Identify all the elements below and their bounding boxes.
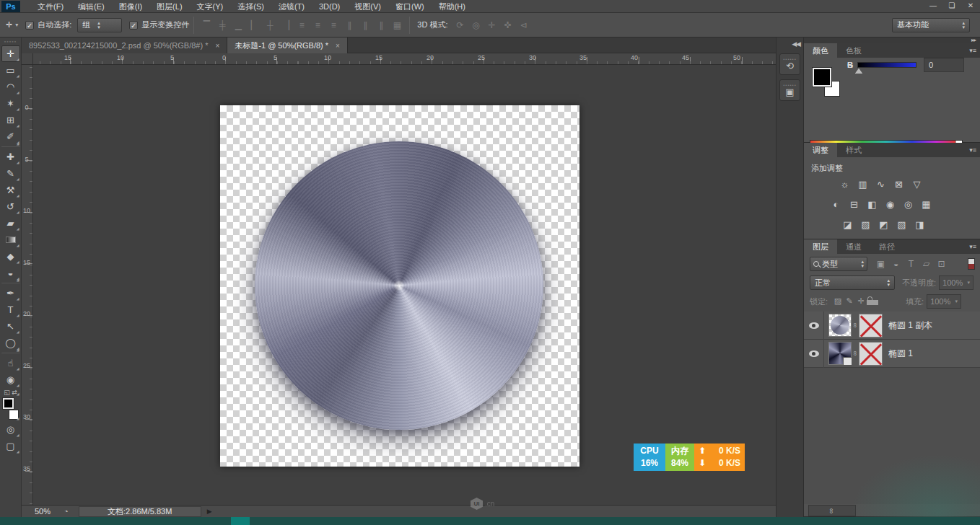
color-swatches[interactable]: ◢ (1, 397, 20, 421)
align-top-icon[interactable]: ▔ (198, 18, 214, 32)
menu-item[interactable]: 文件(F) (30, 0, 71, 13)
menu-item[interactable]: 文字(Y) (190, 0, 231, 13)
filter-type-icon[interactable]: T (904, 259, 919, 269)
photo-filter-icon[interactable]: ◉ (881, 198, 899, 211)
filter-pixel-icon[interactable]: ▣ (873, 259, 888, 269)
visibility-toggle[interactable] (804, 312, 824, 340)
lock-all-icon[interactable] (867, 296, 878, 306)
sep1[interactable]: ◢ (1, 146, 20, 147)
menu-item[interactable]: 3D(D) (312, 0, 347, 13)
tab-paths[interactable]: 路径 (870, 239, 904, 254)
opacity-field[interactable]: 100%▾ (939, 275, 974, 290)
exposure-icon[interactable]: ⊠ (890, 177, 908, 190)
panel-menu-icon[interactable]: ▾≡ (969, 239, 976, 254)
distribute-bottom-icon[interactable]: ≡ (325, 18, 341, 32)
sep2[interactable]: ◢ (1, 283, 20, 283)
menu-item[interactable]: 滤镜(T) (271, 0, 312, 13)
blend-mode-dropdown[interactable]: 正常 ▴▾ (810, 275, 895, 290)
3d-scale-icon[interactable]: ⊲ (515, 18, 531, 32)
threshold-icon[interactable]: ◩ (875, 218, 893, 231)
distribute-right-icon[interactable]: ∥ (373, 18, 389, 32)
align-hcenter-icon[interactable]: ┼ (262, 18, 278, 32)
layer-filter-type-dropdown[interactable]: 类型 ▴▾ (810, 257, 867, 271)
filter-adjustment-icon[interactable]: ◒ (888, 259, 904, 269)
eraser-tool[interactable]: ▰ ◢ (1, 215, 20, 231)
link-layers-button[interactable]: ∞ (808, 505, 856, 516)
tab-channels[interactable]: 通道 (837, 239, 870, 254)
visibility-toggle[interactable] (804, 340, 824, 368)
menu-item[interactable]: 视图(V) (347, 0, 388, 13)
vibrance-icon[interactable]: ▽ (908, 177, 926, 190)
layer-filter-toggle[interactable] (968, 258, 975, 270)
workspace-dropdown[interactable]: 基本功能 ▴▾ (892, 18, 970, 32)
vector-mask-thumbnail[interactable] (859, 342, 883, 366)
auto-select-dropdown[interactable]: 组 ▴▾ (77, 18, 122, 32)
close-tab-icon[interactable]: × (215, 42, 219, 50)
type-tool[interactable]: T ◢ (1, 301, 20, 318)
sep3[interactable]: ◢ (1, 353, 20, 353)
dock-header[interactable]: ▸▸ (804, 38, 980, 43)
layer-thumbnail[interactable] (828, 314, 852, 337)
tab-layers[interactable]: 图层 (804, 239, 837, 254)
layer-thumbnail[interactable] (828, 342, 852, 365)
menu-item[interactable]: 图层(L) (149, 0, 189, 13)
filter-smartobject-icon[interactable]: ⊡ (934, 259, 949, 269)
history-brush-tool[interactable]: ↺ ◢ (1, 198, 20, 215)
minimize-button[interactable]: — (924, 0, 942, 13)
distribute-top-icon[interactable]: ≡ (294, 18, 310, 32)
properties-panel-button[interactable]: •••••• ▣ (779, 79, 800, 101)
lasso-tool[interactable]: ◠ ◢ (1, 79, 20, 95)
move-tool[interactable]: ✛ ◢ (1, 45, 20, 62)
status-flyout-arrow[interactable]: ▶ (207, 508, 212, 515)
expand-panels-icon[interactable]: ◀◀ (792, 40, 800, 48)
layer-name[interactable]: 椭圆 1 (888, 348, 913, 360)
magic-wand-tool[interactable]: ✶ ◢ (1, 95, 20, 112)
menu-item[interactable]: 窗口(W) (388, 0, 432, 13)
healing-brush-tool[interactable]: ✚ ◢ (1, 149, 20, 165)
mini-bridge-icon[interactable]: ◔ (64, 507, 69, 516)
tab-swatches[interactable]: 色板 (837, 43, 870, 58)
menu-item[interactable]: 图像(I) (112, 0, 149, 13)
hue-saturation-icon[interactable]: ◐ (827, 198, 845, 211)
zoom-level[interactable]: 50% (35, 507, 51, 516)
current-tool-badge[interactable]: ✛ ▾ (6, 20, 18, 30)
align-left-icon[interactable]: ▏ (246, 18, 262, 32)
foreground-swatch[interactable] (813, 68, 831, 87)
document-tab[interactable]: 8952533_002124215000_2.psd @ 50%(RGB/8#)… (22, 38, 227, 53)
menu-item[interactable]: 帮助(H) (432, 0, 473, 13)
hand-tool[interactable]: ☝ ◢ (1, 355, 20, 371)
channel-value-field[interactable]: 0 (924, 58, 964, 72)
layer-row[interactable]: ∞ 椭圆 1 副本 (804, 312, 980, 340)
gradient-map-icon[interactable]: ▧ (893, 218, 911, 231)
3d-rotate-icon[interactable]: ⟳ (452, 18, 468, 32)
restore-button[interactable]: ❏ (942, 0, 961, 13)
align-vcenter-icon[interactable]: ╪ (214, 18, 230, 32)
history-panel-button[interactable]: •••••• ⟲ (779, 53, 800, 75)
close-button[interactable]: ✕ (961, 0, 980, 13)
curves-icon[interactable]: ∿ (872, 177, 890, 190)
auto-align-icon[interactable]: ▦ (389, 18, 405, 32)
brightness-contrast-icon[interactable]: ☼ (836, 177, 854, 190)
brush-tool[interactable]: ✎ ◢ (1, 165, 20, 182)
levels-icon[interactable]: ▥ (854, 177, 872, 190)
filter-shape-icon[interactable]: ▱ (919, 259, 934, 269)
3d-slide-icon[interactable]: ✜ (499, 18, 515, 32)
posterize-icon[interactable]: ▨ (857, 218, 875, 231)
color-balance-icon[interactable]: ⊟ (845, 198, 863, 211)
layer-row[interactable]: ∞ 椭圆 1 (804, 340, 980, 368)
auto-select-checkbox[interactable]: ✓ (25, 21, 34, 30)
crop-tool[interactable]: ⊞ ◢ (1, 112, 20, 128)
menu-item[interactable]: 编辑(E) (71, 0, 112, 13)
palette-grip[interactable]: ▪▪▪▪▪ (4, 39, 17, 45)
fill-field[interactable]: 100%▾ (927, 294, 961, 309)
lock-transparent-icon[interactable]: ▨ (832, 296, 844, 306)
color-lookup-icon[interactable]: ▦ (917, 198, 935, 211)
tab-color[interactable]: 颜色 (804, 43, 837, 58)
lock-position-icon[interactable]: ✛ (855, 296, 867, 306)
taskbar-item[interactable] (231, 517, 250, 525)
document-info-field[interactable]: 文档:2.86M/5.83M (79, 506, 201, 517)
blur-tool[interactable]: ◆ ◢ (1, 248, 20, 265)
slider-thumb-icon[interactable] (855, 69, 862, 74)
menu-item[interactable]: 选择(S) (230, 0, 271, 13)
panel-menu-icon[interactable]: ▾≡ (969, 43, 976, 58)
